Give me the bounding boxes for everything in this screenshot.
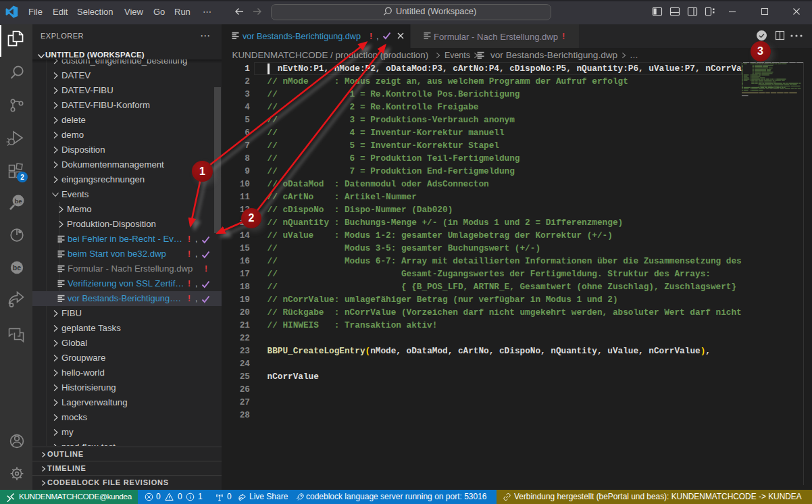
svg-text:be: be	[14, 197, 22, 205]
svg-text:be: be	[13, 263, 21, 272]
svg-text:2: 2	[20, 174, 24, 181]
